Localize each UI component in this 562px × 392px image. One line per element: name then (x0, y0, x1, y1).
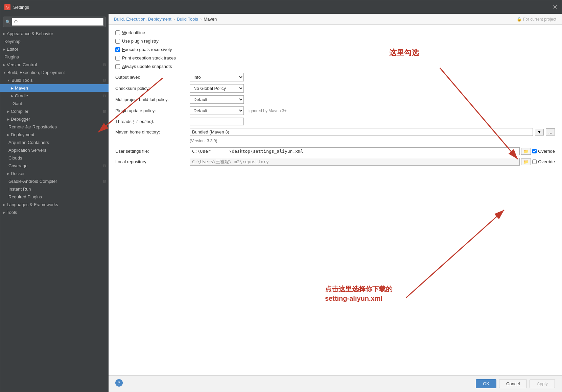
threads-input[interactable] (190, 118, 244, 125)
sidebar-item-editor[interactable]: ▶ Editor (0, 45, 109, 53)
expand-icon: ▶ (3, 32, 5, 35)
user-settings-label: User settings file: (115, 149, 190, 154)
work-offline-checkbox[interactable] (115, 30, 120, 35)
output-level-control: Info Debug Warning Error (190, 73, 555, 81)
sidebar-item-maven[interactable]: ▶ Maven (0, 84, 109, 92)
local-repo-control: 📁 Override (190, 158, 555, 166)
sidebar-item-label: Keymap (4, 39, 106, 44)
expand-icon: ▶ (7, 118, 9, 121)
breadcrumb-project: 🔒For current project (517, 17, 556, 22)
breadcrumb: Build, Execution, Deployment › Build Too… (109, 14, 562, 25)
breadcrumb-sep-1: › (200, 17, 202, 22)
cancel-button[interactable]: Cancel (499, 379, 527, 388)
multiproject-policy-control: Default Fail At End Fail Fast Never Fail (190, 95, 555, 104)
user-settings-input[interactable] (190, 147, 520, 155)
close-button[interactable]: ✕ (553, 3, 558, 11)
sidebar-item-label: Required Plugins (8, 194, 106, 199)
sidebar-item-gradle[interactable]: ▶ Gradle ⊟ (0, 92, 109, 100)
local-repo-override-checkbox[interactable] (532, 160, 537, 164)
always-update-label: Always update snapshots (122, 64, 172, 69)
sidebar-item-docker[interactable]: ▶ Docker (0, 170, 109, 177)
sidebar-item-label: Editor (7, 47, 106, 52)
breadcrumb-part-1[interactable]: Build Tools (177, 17, 198, 22)
plugin-update-policy-select[interactable]: Default Force Update Do Not Update (190, 106, 244, 115)
expand-icon: ▶ (3, 63, 5, 67)
breadcrumb-part-0[interactable]: Build, Execution, Deployment (114, 17, 171, 22)
sidebar-item-coverage[interactable]: Coverage ⊟ (0, 162, 109, 170)
sidebar-item-keymap[interactable]: Keymap (0, 38, 109, 45)
breadcrumb-part-2: Maven (204, 17, 217, 22)
local-repo-input[interactable] (190, 158, 520, 166)
sidebar-item-label: Appearance & Behavior (7, 31, 106, 36)
sidebar-item-plugins[interactable]: Plugins (0, 53, 109, 61)
sidebar-item-label: Compiler (11, 109, 103, 114)
sidebar-item-version-control[interactable]: ▶ Version Control ⊟ (0, 61, 109, 69)
search-input[interactable] (12, 18, 103, 26)
maven-home-browse[interactable]: … (546, 128, 555, 136)
sidebar-item-label: Gant (13, 101, 106, 106)
multiproject-policy-select[interactable]: Default Fail At End Fail Fast Never Fail (190, 95, 244, 104)
print-exception-checkbox[interactable] (115, 56, 120, 60)
sidebar-item-tools[interactable]: ▶ Tools (0, 209, 109, 216)
maven-home-dropdown[interactable]: ▼ (535, 129, 544, 136)
sidebar-item-label: Gradle (15, 93, 103, 98)
copy-icon: ⊟ (103, 179, 106, 183)
sidebar-item-label: Instant Run (8, 187, 106, 192)
local-repo-browse[interactable]: 📁 (521, 158, 531, 165)
sidebar-item-label: Build Tools (11, 78, 103, 83)
sidebar-item-required-plugins[interactable]: Required Plugins (0, 193, 109, 201)
copy-icon: ⊟ (103, 94, 106, 98)
app-icon: S (4, 4, 10, 10)
always-update-checkbox[interactable] (115, 64, 120, 69)
sidebar-item-label: Remote Jar Repositories (8, 124, 103, 129)
sidebar-item-label: Docker (11, 171, 106, 176)
sidebar-item-remote-jar[interactable]: Remote Jar Repositories ⊟ (0, 123, 109, 131)
copy-icon: ⊟ (103, 63, 106, 67)
sidebar-item-gradle-android[interactable]: Gradle-Android Compiler ⊟ (0, 177, 109, 185)
sidebar-item-build-exec[interactable]: ▼ Build, Execution, Deployment (0, 69, 109, 76)
expand-icon: ▶ (7, 110, 9, 113)
expand-icon: ▼ (3, 71, 6, 74)
sidebar-item-debugger[interactable]: ▶ Debugger (0, 115, 109, 123)
maven-home-input[interactable] (190, 128, 533, 136)
sidebar-item-deployment[interactable]: ▶ Deployment (0, 131, 109, 139)
help-button[interactable]: ? (115, 379, 123, 387)
sidebar-item-appearance[interactable]: ▶ Appearance & Behavior (0, 30, 109, 38)
search-icon: 🔍 (5, 20, 10, 24)
expand-icon: ▶ (7, 172, 9, 175)
threads-label: Threads (-T option). (115, 119, 190, 124)
sidebar-item-languages[interactable]: ▶ Languages & Frameworks (0, 201, 109, 209)
user-settings-override-checkbox[interactable] (532, 149, 537, 153)
output-level-select[interactable]: Info Debug Warning Error (190, 73, 244, 81)
sidebar-item-label: Coverage (8, 163, 103, 168)
work-offline-label: Work offline (122, 30, 145, 35)
sidebar-item-label: Version Control (7, 62, 103, 67)
expand-icon: ▶ (7, 133, 9, 137)
execute-goals-row: Execute goals recursively (115, 47, 555, 52)
apply-button[interactable]: Apply (530, 379, 555, 388)
search-box[interactable]: 🔍 (3, 17, 106, 27)
ok-button[interactable]: OK (476, 379, 496, 388)
expand-icon: ▶ (11, 87, 14, 90)
user-settings-override-label: Override (538, 149, 555, 154)
sidebar-item-clouds[interactable]: Clouds (0, 154, 109, 162)
copy-icon: ⊟ (103, 125, 106, 129)
local-repo-label: Local repository: (115, 159, 190, 164)
user-settings-browse[interactable]: 📁 (521, 148, 531, 155)
local-repo-override-row: Override (532, 159, 555, 164)
execute-goals-checkbox[interactable] (115, 47, 120, 52)
sidebar-item-app-servers[interactable]: Application Servers (0, 146, 109, 154)
plugin-update-hint: ignored by Maven 3+ (249, 108, 286, 113)
sidebar-item-arquillian[interactable]: Arquillian Containers (0, 139, 109, 146)
sidebar-item-gant[interactable]: Gant (0, 100, 109, 107)
checksum-policy-select[interactable]: No Global Policy Ignore Warn Fail (190, 84, 244, 93)
sidebar-item-build-tools[interactable]: ▼ Build Tools ⊟ (0, 76, 109, 84)
user-settings-override-row: Override (532, 149, 555, 154)
sidebar-item-instant-run[interactable]: Instant Run (0, 185, 109, 193)
title-bar: S Settings ✕ (0, 0, 562, 14)
settings-window: S Settings ✕ 🔍 ▶ Appearance & Behavior K… (0, 0, 562, 392)
copy-icon: ⊟ (103, 78, 106, 82)
sidebar-item-compiler[interactable]: ▶ Compiler ⊟ (0, 107, 109, 115)
use-plugin-checkbox[interactable] (115, 39, 120, 44)
execute-goals-label: Execute goals recursively (122, 47, 172, 52)
